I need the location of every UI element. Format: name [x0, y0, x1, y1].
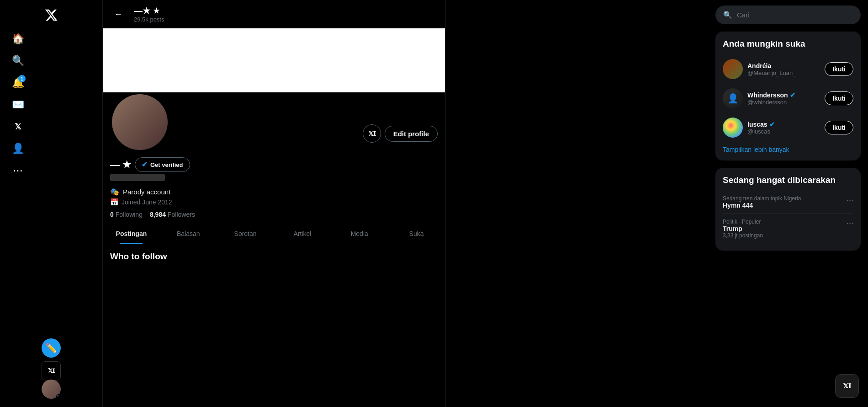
trending-topic-trump: Trump	[723, 225, 763, 232]
show-more-link[interactable]: Tampilkan lebih banyak	[723, 146, 853, 153]
home-icon: 🏠	[12, 33, 24, 45]
user-handle-andreia: @Meuanjo_Luan_	[747, 70, 820, 76]
edit-profile-button[interactable]: Edit profile	[385, 126, 438, 142]
trending-topic-hymn444: Hymn 444	[723, 202, 801, 209]
follow-stats: 0 Following 8,984 Followers	[110, 211, 438, 218]
tab-suka[interactable]: Suka	[388, 224, 445, 244]
tab-media-label: Media	[351, 230, 368, 237]
trending-more-icon-trump[interactable]: ···	[847, 219, 853, 228]
search-icon: 🔍	[12, 55, 24, 67]
trending-category-hymn444: Sedang tren dalam topik Nigeria	[723, 195, 801, 202]
profile-avatar-image	[112, 94, 168, 150]
list-item[interactable]: Politik · Populer Trump 3,33 jt postinga…	[723, 214, 853, 243]
back-arrow-icon: ←	[114, 10, 122, 19]
who-to-follow-title: Who to follow	[110, 252, 438, 262]
following-stat[interactable]: 0 Following	[110, 211, 143, 218]
trending-card: Sedang hangat dibicarakan Sedang tren da…	[715, 168, 861, 251]
list-item: 👤 Whindersson ✔ @whindersson Ikuti	[723, 84, 853, 113]
parody-label: Parody account	[123, 188, 170, 196]
avatar-luscas[interactable]	[723, 118, 743, 138]
following-count: 0	[110, 211, 114, 218]
sidebar-item-messages[interactable]: ✉️	[5, 94, 97, 115]
xi-icon: 𝕏𝐈	[368, 130, 376, 138]
tab-artikel-label: Artikel	[293, 230, 311, 237]
tab-artikel[interactable]: Artikel	[274, 224, 331, 244]
profile-info-section: 𝕏𝐈 Edit profile — ★ ✔ Get verified 🎭 Par…	[103, 92, 445, 218]
star-icon-header: ★	[153, 6, 159, 15]
tab-sorotan[interactable]: Sorotan	[217, 224, 274, 244]
name-text-whindersson: Whindersson	[747, 91, 788, 99]
user-avatar-sidebar[interactable]	[42, 380, 61, 399]
follow-button-luscas[interactable]: Ikuti	[825, 121, 853, 134]
follow-button-andreia[interactable]: Ikuti	[825, 62, 853, 76]
trending-more-icon-hymn444[interactable]: ···	[847, 195, 853, 205]
avatar-online-dot	[56, 394, 61, 399]
profile-name-row: — ★ ✔ Get verified	[110, 157, 438, 172]
tab-postingan[interactable]: Postingan	[103, 224, 160, 244]
user-name-whindersson: Whindersson ✔	[747, 91, 820, 99]
trending-count-trump: 3,33 jt postingan	[723, 232, 763, 239]
profile-name-text: —★	[134, 5, 150, 16]
followers-stat[interactable]: 8,984 Followers	[150, 211, 195, 218]
tab-sorotan-label: Sorotan	[234, 230, 257, 237]
following-label: Following	[116, 211, 143, 218]
right-sidebar: 🔍 Anda mungkin suka Andréia @Meuanjo_Lua…	[708, 0, 868, 407]
sidebar-item-profile[interactable]: 👤	[5, 138, 97, 159]
star-icon-name: ★	[122, 159, 131, 170]
tab-media[interactable]: Media	[331, 224, 388, 244]
more-icon: ⋯	[12, 165, 24, 177]
user-info-andreia: Andréia @Meuanjo_Luan_	[747, 62, 820, 76]
main-content: ← —★ ★ 29.5k posts 𝕏𝐈 Edit profile	[103, 0, 445, 407]
search-icon: 🔍	[723, 11, 732, 19]
list-item[interactable]: Sedang tren dalam topik Nigeria Hymn 444…	[723, 191, 853, 214]
left-sidebar: 🏠 🔍 🔔 1 ✉️ 𝕏 👤 ⋯ ✏️ 𝕏𝐈	[0, 0, 103, 407]
back-button[interactable]: ←	[110, 6, 127, 22]
notification-badge: 1	[18, 75, 26, 82]
tab-balasan[interactable]: Balasan	[160, 224, 217, 244]
sidebar-item-more[interactable]: ⋯	[5, 160, 97, 181]
profile-tabs: Postingan Balasan Sorotan Artikel Media …	[103, 224, 445, 244]
profile-username-bar	[110, 174, 165, 181]
profile-username-row	[110, 174, 438, 183]
who-you-may-like-card: Anda mungkin suka Andréia @Meuanjo_Luan_…	[715, 32, 861, 161]
tab-postingan-label: Postingan	[116, 230, 147, 237]
joined-label: Joined June 2012	[122, 198, 172, 206]
x-logo-button[interactable]	[40, 4, 63, 27]
profile-parody-row: 🎭 Parody account	[110, 187, 438, 196]
trending-info-hymn444: Sedang tren dalam topik Nigeria Hymn 444	[723, 195, 801, 209]
verified-icon-whindersson: ✔	[790, 91, 795, 99]
dash-icon: —	[110, 159, 120, 170]
grok-sidebar-button[interactable]: 𝕏𝐈	[42, 361, 61, 380]
search-input[interactable]	[737, 11, 853, 19]
avatar-whindersson[interactable]: 👤	[723, 88, 743, 108]
avatar-andreia[interactable]	[723, 59, 743, 79]
who-you-may-like-title: Anda mungkin suka	[723, 39, 853, 49]
compose-button[interactable]: ✏️	[42, 338, 61, 358]
verified-icon-luscas: ✔	[769, 121, 775, 128]
profile-avatar[interactable]	[110, 92, 169, 152]
profile-header-info: —★ ★ 29.5k posts	[134, 5, 164, 23]
get-verified-button[interactable]: ✔ Get verified	[135, 157, 190, 172]
user-info-luscas: luscas ✔ @luscas	[747, 121, 820, 135]
follow-button-whindersson[interactable]: Ikuti	[825, 91, 853, 105]
sidebar-item-home[interactable]: 🏠	[5, 28, 97, 49]
mail-icon: ✉️	[12, 99, 24, 111]
trending-category-trump: Politik · Populer	[723, 219, 763, 225]
list-item: luscas ✔ @luscas Ikuti	[723, 113, 853, 142]
premium-icon: 𝕏	[12, 121, 24, 133]
xi-icon-button[interactable]: 𝕏𝐈	[363, 124, 381, 143]
get-verified-label: Get verified	[150, 161, 183, 168]
profile-header-name: —★ ★	[134, 5, 164, 16]
grok-floating-button[interactable]: 𝕏𝐈	[835, 374, 859, 398]
grok-floating-icon: 𝕏𝐈	[843, 382, 851, 390]
sidebar-item-notifications[interactable]: 🔔 1	[5, 72, 97, 93]
bell-icon: 🔔 1	[12, 77, 24, 89]
sidebar-item-explore[interactable]: 🔍	[5, 50, 97, 71]
tab-suka-label: Suka	[409, 230, 424, 237]
search-bar[interactable]: 🔍	[715, 5, 861, 24]
profile-header-posts: 29.5k posts	[134, 16, 164, 23]
trending-info-trump: Politik · Populer Trump 3,33 jt postinga…	[723, 219, 763, 239]
profile-display-name: — ★	[110, 159, 131, 170]
parody-icon: 🎭	[110, 187, 119, 196]
sidebar-item-premium[interactable]: 𝕏	[5, 116, 97, 137]
